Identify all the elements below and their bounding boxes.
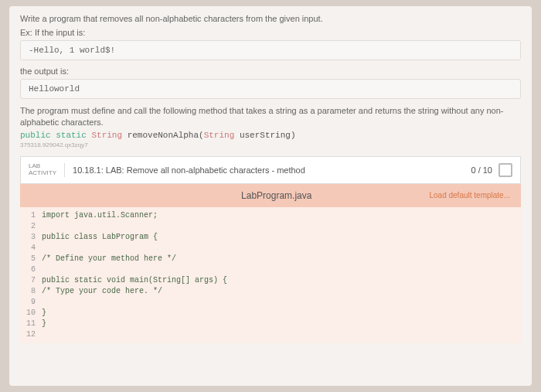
code-line[interactable]: /* Type your code here. */ bbox=[42, 286, 227, 297]
line-number: 2 bbox=[26, 221, 36, 232]
line-number: 12 bbox=[26, 329, 36, 340]
line-number: 5 bbox=[26, 254, 36, 264]
line-number-gutter: 1 2 3 4 5 6 7 8 9 10 11 12 bbox=[20, 210, 42, 340]
lab-header-left: LAB ACTIVITY 10.18.1: LAB: Remove all no… bbox=[29, 163, 305, 177]
line-number: 10 bbox=[26, 308, 36, 319]
code-line[interactable] bbox=[42, 297, 227, 308]
code-line[interactable] bbox=[42, 221, 227, 232]
editor-filename: LabProgram.java bbox=[124, 190, 429, 201]
code-line[interactable]: import java.util.Scanner; bbox=[42, 210, 227, 221]
code-line[interactable]: /* Define your method here */ bbox=[42, 254, 227, 264]
line-number: 9 bbox=[26, 297, 36, 308]
example-input-label: Ex: If the input is: bbox=[20, 28, 521, 37]
line-number: 8 bbox=[26, 286, 36, 297]
line-number: 11 bbox=[26, 319, 36, 329]
code-line[interactable]: } bbox=[42, 308, 227, 319]
code-line[interactable] bbox=[42, 243, 227, 254]
code-line[interactable] bbox=[42, 329, 227, 340]
code-line[interactable]: public static void main(String[] args) { bbox=[42, 275, 227, 286]
line-number: 3 bbox=[26, 232, 36, 243]
lab-activity-badge: LAB ACTIVITY bbox=[29, 163, 65, 177]
example-input-box: -Hello, 1 world$! bbox=[20, 40, 521, 60]
example-output-label: the output is: bbox=[20, 66, 521, 76]
code-editor[interactable]: 1 2 3 4 5 6 7 8 9 10 11 12 import java.u… bbox=[20, 207, 521, 343]
code-content[interactable]: import java.util.Scanner; public class L… bbox=[42, 210, 227, 340]
line-number: 4 bbox=[26, 243, 36, 254]
lab-header-right: 0 / 10 bbox=[471, 163, 512, 177]
problem-instruction: Write a program that removes all non-alp… bbox=[20, 14, 521, 23]
code-line[interactable]: public class LabProgram { bbox=[42, 232, 227, 243]
lab-page: Write a program that removes all non-alp… bbox=[9, 6, 532, 386]
score-box-icon bbox=[498, 163, 512, 177]
line-number: 6 bbox=[26, 264, 36, 275]
zybooks-id: 375318.929042.qx3zqy7 bbox=[20, 141, 521, 148]
method-signature: public static String removeNonAlpha(Stri… bbox=[20, 131, 521, 140]
load-template-link[interactable]: Load default template... bbox=[429, 191, 510, 199]
code-line[interactable] bbox=[42, 264, 227, 275]
lab-title: 10.18.1: LAB: Remove all non-alphabetic … bbox=[73, 165, 305, 175]
line-number: 7 bbox=[26, 275, 36, 286]
code-line[interactable]: } bbox=[42, 319, 227, 329]
editor-file-header: LabProgram.java Load default template... bbox=[20, 184, 521, 207]
line-number: 1 bbox=[26, 210, 36, 221]
example-output-box: Helloworld bbox=[20, 79, 521, 99]
lab-label-2: ACTIVITY bbox=[29, 170, 56, 177]
lab-score: 0 / 10 bbox=[471, 165, 492, 175]
lab-header: LAB ACTIVITY 10.18.1: LAB: Remove all no… bbox=[20, 156, 521, 184]
method-description: The program must define and call the fol… bbox=[20, 105, 521, 129]
